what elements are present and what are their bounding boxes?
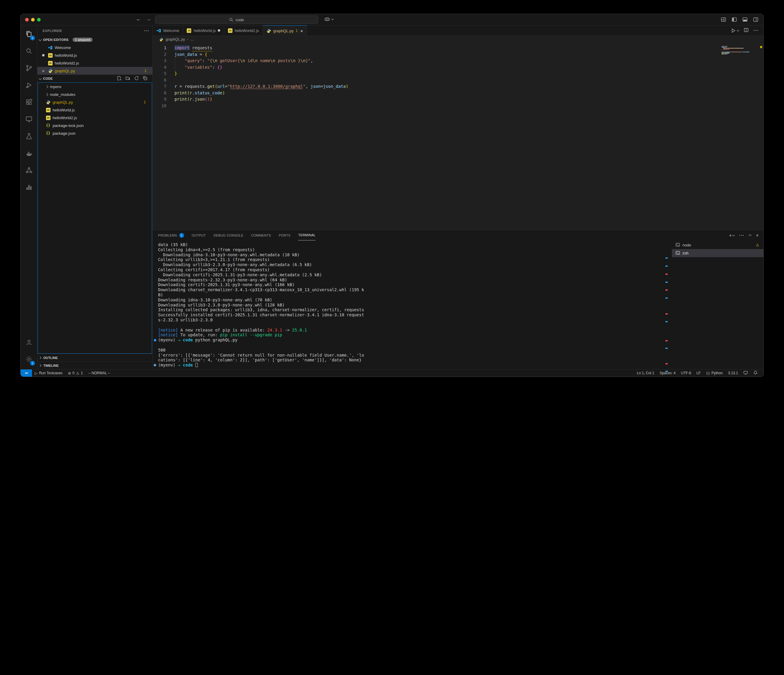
tab-welcome[interactable]: Welcome [153,25,183,36]
navigate-forward-button[interactable]: → [145,16,153,22]
vscode-icon [156,28,161,33]
cursor-position[interactable]: Ln 1, Col 1 [634,371,657,375]
files-section-header[interactable]: CODE [37,74,152,82]
open-editor-graphql-py[interactable]: × graphQL.py 1 [37,67,152,74]
open-editors-header[interactable]: OPEN EDITORS 1 unsaved [37,36,152,43]
vim-mode-indicator[interactable]: -- NORMAL -- [86,369,113,377]
eol-setting[interactable]: LF [694,371,703,375]
problems-count-badge: 1 [144,69,146,73]
tree-item-helloworld2-js[interactable]: JS helloWorld2.js [38,114,152,121]
screencast-button[interactable] [741,370,751,376]
remote-indicator[interactable]: >< [20,369,32,377]
tab-helloworld2-js[interactable]: JS helloWorld2.js [224,25,263,36]
window-controls [25,18,40,22]
play-icon [731,28,736,33]
breadcrumb-separator: › [187,37,188,42]
panel-tab-problems[interactable]: PROBLEMS 1 [158,230,184,241]
tree-item-myenv[interactable]: myenv [38,83,152,90]
breadcrumb-symbol[interactable]: ... [191,37,194,42]
tree-item-package-json[interactable]: {} package.json [38,129,152,137]
tree-item-helloworld-js[interactable]: JS helloWorld.js [38,106,152,114]
timeline-section-header[interactable]: TIMELINE [37,362,152,369]
more-actions-icon[interactable]: ··· [753,28,759,33]
json-icon: {} [46,123,50,128]
python-version[interactable]: 3.13.1 [725,371,741,375]
tab-helloworld-js[interactable]: JS helloWorld.js [183,25,224,36]
panel-tab-output[interactable]: OUTPUT [192,230,206,241]
terminal-output[interactable]: data (35 kB)Collecting idna<4,>=2.5 (fro… [153,241,364,369]
navigate-back-button[interactable]: ← [135,16,143,22]
close-window-button[interactable] [25,18,29,22]
run-testcases-button[interactable]: ▷ Run Testcases [32,369,65,377]
activitybar-settings[interactable]: 1 [22,352,36,367]
new-file-icon[interactable] [117,76,121,81]
modified-dot-icon[interactable] [218,29,220,32]
close-icon[interactable]: × [42,69,45,73]
play-icon: ▷ [35,371,37,376]
refresh-icon[interactable] [134,76,139,81]
split-editor-icon[interactable] [744,28,749,34]
close-panel-icon[interactable]: × [756,233,759,238]
maximize-panel-icon[interactable] [749,234,752,237]
tree-item-node-modules[interactable]: node_modules [38,90,152,98]
activitybar-search[interactable] [22,44,36,59]
new-folder-icon[interactable] [126,76,130,81]
activitybar-extensions[interactable] [22,95,36,110]
panel-tab-terminal[interactable]: TERMINAL [298,230,316,241]
panel-tab-ports[interactable]: PORTS [279,230,291,241]
tree-item-label: myenv [50,85,61,89]
toggle-panel-icon[interactable] [742,17,748,22]
open-editor-helloworld2-js[interactable]: JS helloWorld2.js [37,59,152,67]
chevron-down-icon [331,18,334,20]
encoding-setting[interactable]: UTF-8 [678,371,694,375]
overview-ruler[interactable] [759,43,764,230]
search-icon [229,18,233,22]
problems-summary[interactable]: ⊘ 0 ⚠ 1 [65,369,86,377]
open-editor-welcome[interactable]: Welcome [37,43,152,51]
breadcrumb-file[interactable]: graphQL.py [165,37,185,42]
account-icon [25,338,33,348]
collapse-all-icon[interactable] [143,76,148,81]
minimize-window-button[interactable] [31,18,35,22]
command-center-search[interactable]: code [155,16,318,24]
language-mode[interactable]: {} Python [703,371,725,375]
tree-item-graphql-py[interactable]: graphQL.py 1 [38,98,152,106]
code-editor[interactable]: 1import requests2json_data = {3 "query":… [153,43,764,230]
more-actions-icon[interactable]: ··· [144,28,149,33]
activitybar-run-debug[interactable] [22,78,36,93]
zoom-window-button[interactable] [37,18,40,22]
panel-tab-comments[interactable]: COMMENTS [251,230,271,241]
tab-graphql-py[interactable]: graphQL.py 1 × [263,25,307,36]
activitybar-source-control[interactable] [22,61,36,76]
activitybar-accounts[interactable] [22,335,36,350]
terminal-view[interactable]: data (35 kB)Collecting idna<4,>=2.5 (fro… [153,241,764,369]
tree-item-package-lock-json[interactable]: {} package-lock.json [38,121,152,129]
new-terminal-icon[interactable]: + [729,233,734,238]
terminal-instance-node[interactable]: node ⚠ [672,241,764,249]
panel-header: PROBLEMS 1 OUTPUT DEBUG CONSOLE COMMENTS… [153,230,764,241]
run-python-file-button[interactable] [731,28,739,33]
activitybar-live-share[interactable] [22,163,36,178]
outline-section-header[interactable]: OUTLINE [37,354,152,362]
vim-mode-label: -- NORMAL -- [88,371,110,375]
more-actions-icon[interactable]: ··· [739,233,744,238]
activitybar-explorer[interactable]: 1 [22,27,36,42]
panel-tab-debug-console[interactable]: DEBUG CONSOLE [214,230,244,241]
activitybar-testing[interactable] [22,129,36,144]
activitybar-profiler[interactable] [22,180,36,196]
close-icon[interactable]: × [300,28,303,33]
breadcrumb[interactable]: graphQL.py › ... [153,36,764,43]
minimap[interactable] [722,46,757,56]
notifications-bell[interactable] [751,370,761,376]
titlebar[interactable]: ← → code [20,14,764,25]
activitybar-docker[interactable] [22,146,36,161]
copilot-menu[interactable] [324,16,333,22]
customize-layout-icon[interactable] [721,17,726,22]
terminal-instance-zsh[interactable]: zsh [672,249,764,257]
sidebar-title: EXPLORER [43,29,62,33]
docker-icon [25,149,33,158]
toggle-secondary-sidebar-icon[interactable] [753,17,759,22]
toggle-sidebar-icon[interactable] [731,17,737,22]
open-editor-helloworld-js[interactable]: JS helloWorld.js [37,51,152,59]
activitybar-remote-explorer[interactable] [22,112,36,127]
